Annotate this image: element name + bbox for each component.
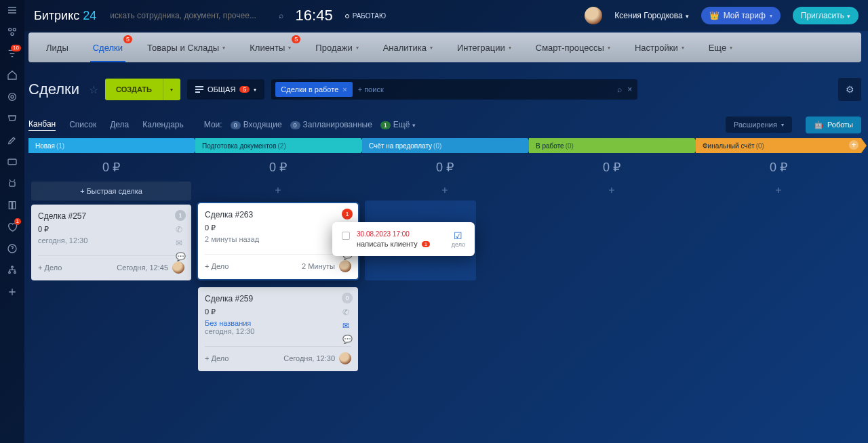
nav-products[interactable]: Товары и Склады▾ xyxy=(135,33,237,62)
nav-settings[interactable]: Настройки▾ xyxy=(623,33,696,62)
pipeline-select[interactable]: ОБЩАЯ5▾ xyxy=(187,79,264,100)
nav-integrations[interactable]: Интеграции▾ xyxy=(445,33,524,62)
card-badge: 1 xyxy=(342,209,353,219)
nav-leads[interactable]: Лиды xyxy=(34,33,81,62)
mail-icon[interactable]: ✉ xyxy=(176,238,186,248)
view-list[interactable]: Список xyxy=(69,120,96,129)
card-when: сегодня, 12:30 xyxy=(205,327,351,335)
rail-heart[interactable]: 1 xyxy=(6,221,18,233)
cart-icon[interactable] xyxy=(6,112,18,125)
robots-button[interactable]: 🤖Роботы xyxy=(806,117,861,133)
view-activities[interactable]: Дела xyxy=(110,120,129,129)
view-kanban[interactable]: Канбан xyxy=(28,119,56,131)
search-icon[interactable]: ⌕ xyxy=(279,11,283,20)
filter-placeholder: + поиск xyxy=(358,85,384,93)
quick-deal-button[interactable]: + Быстрая сделка xyxy=(31,182,191,201)
plus-icon[interactable] xyxy=(6,286,18,298)
home-icon[interactable] xyxy=(6,69,18,81)
column-header[interactable]: В работе(0) xyxy=(529,138,694,153)
filter-chip[interactable]: Сделки в работе× xyxy=(275,82,352,97)
nav-more[interactable]: Еще▾ xyxy=(696,33,745,62)
rail-badge: 10 xyxy=(11,45,21,51)
assignee-avatar[interactable] xyxy=(172,261,184,274)
create-button[interactable]: СОЗДАТЬ ▾ xyxy=(105,79,180,100)
rail-filter[interactable]: 10 xyxy=(6,47,18,60)
avatar[interactable] xyxy=(585,7,602,24)
add-activity[interactable]: + Дело xyxy=(38,263,62,272)
add-stage-icon[interactable]: + xyxy=(849,140,859,150)
column-header[interactable]: Финальный счёт(0)+ xyxy=(696,138,861,153)
card-badge: 1 xyxy=(175,210,186,221)
card-footer-time: Сегодня, 12:30 xyxy=(283,354,335,362)
nav-badge: 5 xyxy=(123,35,132,43)
svg-point-10 xyxy=(14,272,16,274)
assignee-avatar[interactable] xyxy=(339,352,351,364)
column-add[interactable]: + xyxy=(362,182,528,199)
chat-icon[interactable]: 💬 xyxy=(176,252,186,261)
nav-analytics[interactable]: Аналитика▾ xyxy=(371,33,445,62)
mine-incoming[interactable]: 0Входящие xyxy=(231,120,282,129)
filter-search[interactable]: Сделки в работе× + поиск ⌕× xyxy=(271,79,637,100)
column-header[interactable]: Новая(1) xyxy=(28,138,194,153)
column-header[interactable]: Счёт на предоплату(0) xyxy=(362,138,528,153)
column-header[interactable]: Подготовка документов(2) xyxy=(195,138,361,153)
search-input[interactable]: ⌕ xyxy=(108,10,283,21)
favorite-icon[interactable]: ☆ xyxy=(89,83,98,96)
pipeline-count: 5 xyxy=(239,86,250,93)
mine-more[interactable]: 1Ещё xyxy=(380,120,416,129)
mail-icon[interactable]: ✉ xyxy=(342,321,353,331)
tariff-button[interactable]: 👑Мой тариф▾ xyxy=(701,7,781,24)
svg-point-9 xyxy=(9,272,11,274)
add-activity[interactable]: + Дело xyxy=(205,262,229,270)
chip-remove-icon[interactable]: × xyxy=(342,85,347,93)
work-status[interactable]: РАБОТАЮ xyxy=(345,12,386,20)
settings-button[interactable]: ⚙ xyxy=(838,78,861,101)
deal-card-259[interactable]: Сделка #259 0 ₽ Без названия сегодня, 12… xyxy=(198,287,358,371)
logo[interactable]: Битрикс 24 xyxy=(34,9,96,23)
svg-point-1 xyxy=(13,28,16,31)
nav-clients[interactable]: Клиенты▾5 xyxy=(237,33,303,62)
help-icon[interactable] xyxy=(6,242,18,255)
target-icon[interactable] xyxy=(6,91,18,103)
phone-icon[interactable]: ✆ xyxy=(176,225,186,234)
view-calendar[interactable]: Календарь xyxy=(142,120,184,129)
card-footer-time: Сегодня, 12:45 xyxy=(117,263,168,272)
column-add[interactable]: + xyxy=(696,182,861,199)
card-amount: 0 ₽ xyxy=(38,225,184,234)
mine-planned[interactable]: 0Запланированные xyxy=(290,120,372,129)
assignee-avatar[interactable] xyxy=(339,260,351,272)
deal-card-257[interactable]: Сделка #257 0 ₽ сегодня, 12:30 1 ✆✉💬 + Д… xyxy=(31,205,191,280)
search-field[interactable] xyxy=(108,10,283,21)
phone-icon[interactable]: ✆ xyxy=(342,308,353,317)
create-dropdown[interactable]: ▾ xyxy=(163,79,180,100)
chat-icon[interactable]: 💬 xyxy=(342,335,353,344)
card-link[interactable]: Без названия xyxy=(205,319,351,327)
search-icon[interactable]: ⌕ xyxy=(617,85,622,94)
nav-badge: 5 xyxy=(292,35,300,43)
nav-smartproc[interactable]: Смарт-процессы▾ xyxy=(524,33,623,62)
task-checkbox[interactable] xyxy=(342,232,350,240)
sitemap-icon[interactable] xyxy=(6,264,18,276)
menu-icon[interactable] xyxy=(6,4,18,16)
column-add[interactable]: + xyxy=(529,182,694,199)
nav-sales[interactable]: Продажи▾ xyxy=(303,33,370,62)
edit-icon[interactable] xyxy=(6,134,18,146)
book-icon[interactable] xyxy=(6,199,18,211)
mine-label: Мои: xyxy=(204,120,222,129)
create-main[interactable]: СОЗДАТЬ xyxy=(105,79,163,100)
invite-button[interactable]: Пригласить xyxy=(793,7,859,24)
popover-action[interactable]: ☑дело xyxy=(452,230,465,248)
svg-rect-6 xyxy=(9,182,15,186)
user-menu[interactable]: Ксения Городкова xyxy=(614,11,688,20)
nav-deals[interactable]: Сделки5 xyxy=(81,33,135,62)
column-add[interactable]: + xyxy=(195,182,361,199)
android-icon[interactable] xyxy=(6,177,18,190)
card-footer-time: 2 Минуты xyxy=(302,262,335,270)
kanban-board: Новая(1) 0 ₽ + Быстрая сделка Сделка #25… xyxy=(28,138,861,443)
popover-task[interactable]: написать клиенту xyxy=(357,240,418,248)
rail-item[interactable] xyxy=(6,26,18,38)
card-icon[interactable] xyxy=(6,156,18,168)
clear-icon[interactable]: × xyxy=(627,85,632,94)
extensions-button[interactable]: Расширения▾ xyxy=(726,117,792,133)
add-activity[interactable]: + Дело xyxy=(205,354,229,362)
